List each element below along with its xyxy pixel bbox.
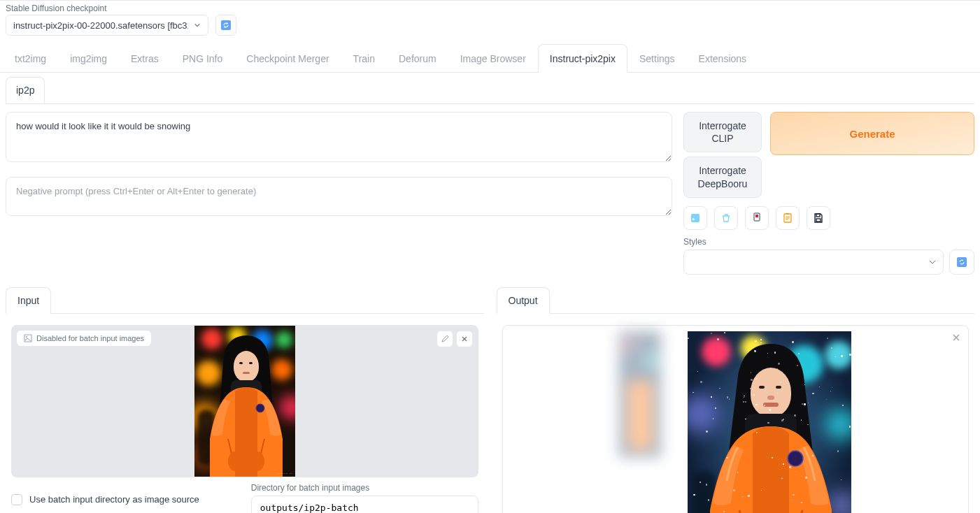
chevron-down-icon: [194, 22, 201, 29]
image-icon: [24, 334, 32, 342]
prompt-input[interactable]: [6, 112, 672, 162]
svg-rect-8: [957, 257, 967, 267]
clipboard-icon: [783, 212, 793, 224]
tab-extras[interactable]: Extras: [119, 44, 171, 73]
checkpoint-label: Stable Diffusion checkpoint: [6, 2, 208, 15]
main-tabs: txt2imgimg2imgExtrasPNG InfoCheckpoint M…: [0, 44, 980, 73]
save-button[interactable]: [807, 206, 830, 230]
output-image[interactable]: ········· ···: [688, 331, 851, 513]
use-batch-dir-checkbox[interactable]: [11, 494, 22, 505]
tab-png-info[interactable]: PNG Info: [171, 44, 235, 73]
styles-refresh-button[interactable]: [949, 250, 974, 275]
svg-rect-3: [755, 215, 758, 217]
tab-train[interactable]: Train: [341, 44, 387, 73]
tab-img2img[interactable]: img2img: [58, 44, 119, 73]
svg-point-13: [228, 451, 242, 471]
edit-image-button[interactable]: [436, 331, 453, 347]
svg-point-12: [256, 404, 264, 412]
tab-image-browser[interactable]: Image Browser: [448, 44, 538, 73]
subtab-ip2p[interactable]: ip2p: [6, 77, 45, 103]
refresh-icon: [220, 20, 232, 31]
batch-dir-label: Directory for batch input images: [251, 483, 478, 493]
svg-rect-6: [816, 214, 820, 217]
tab-extensions[interactable]: Extensions: [687, 44, 758, 73]
styles-select[interactable]: [683, 250, 944, 275]
flag-button[interactable]: [745, 206, 769, 230]
batch-disabled-pill: Disabled for batch input images: [17, 331, 151, 346]
input-tab[interactable]: Input: [6, 287, 51, 314]
subtabs: ip2p: [0, 73, 980, 103]
clipboard-button[interactable]: [776, 206, 800, 230]
action-toolbar: [683, 206, 974, 230]
input-image: ········· ···: [194, 326, 295, 477]
use-batch-dir-label: Use batch input directory as image sourc…: [29, 494, 199, 505]
input-image-drop[interactable]: Disabled for batch input images: [11, 325, 478, 477]
tab-instruct-pix2pix[interactable]: Instruct-pix2pix: [538, 44, 627, 73]
interrogate-deepbooru-button[interactable]: Interrogate DeepBooru: [683, 157, 762, 197]
svg-rect-0: [221, 20, 231, 30]
output-gallery: ········· ···: [502, 325, 970, 513]
close-output-button[interactable]: [951, 333, 961, 342]
trash-button[interactable]: [714, 206, 738, 230]
tab-checkpoint-merger[interactable]: Checkpoint Merger: [234, 44, 341, 73]
close-icon: [460, 335, 469, 343]
negative-prompt-input[interactable]: [6, 177, 672, 216]
generate-button[interactable]: Generate: [770, 112, 974, 155]
save-icon: [813, 212, 824, 224]
checkpoint-refresh-button[interactable]: [215, 15, 236, 36]
svg-point-14: [250, 451, 264, 471]
watermark: ········· ···: [278, 471, 293, 475]
tab-txt2img[interactable]: txt2img: [3, 44, 58, 73]
tab-deforum[interactable]: Deforum: [387, 44, 448, 73]
refresh-icon: [956, 256, 967, 268]
svg-rect-1: [691, 214, 700, 222]
interrogate-clip-button[interactable]: Interrogate CLIP: [683, 112, 762, 152]
svg-point-17: [788, 451, 803, 466]
checkpoint-select[interactable]: instruct-pix2pix-00-22000.safetensors [f…: [6, 15, 208, 36]
pencil-icon: [441, 335, 449, 343]
tab-settings[interactable]: Settings: [627, 44, 687, 73]
clear-image-button[interactable]: [456, 331, 473, 347]
checkpoint-row: Stable Diffusion checkpoint instruct-pix…: [0, 1, 980, 40]
trash-icon: [720, 212, 732, 224]
flag-icon: [752, 212, 762, 224]
svg-rect-5: [786, 213, 789, 215]
caret-down-icon: [929, 260, 936, 264]
output-tab[interactable]: Output: [497, 287, 550, 314]
output-thumbnail[interactable]: [619, 331, 661, 457]
arrow-icon: [690, 212, 701, 224]
svg-rect-7: [816, 219, 821, 222]
batch-dir-input[interactable]: [251, 496, 478, 513]
arrow-button[interactable]: [683, 206, 707, 230]
styles-label: Styles: [683, 237, 944, 247]
svg-point-10: [26, 336, 27, 338]
